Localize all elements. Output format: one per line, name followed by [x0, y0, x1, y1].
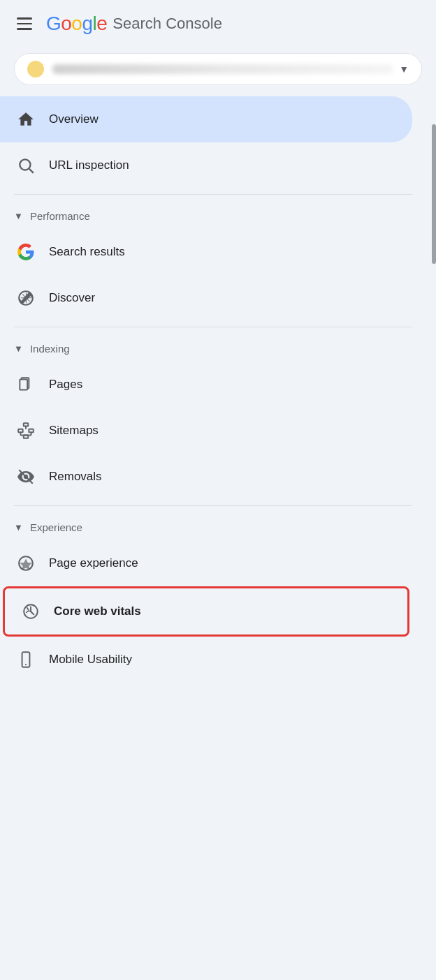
search-icon — [14, 154, 38, 177]
divider-2 — [14, 327, 412, 327]
scrollbar-thumb[interactable] — [432, 124, 436, 264]
nav-container: Overview URL inspection ▼ Performance — [0, 96, 436, 697]
svg-point-0 — [20, 159, 30, 170]
sitemaps-label: Sitemaps — [49, 424, 99, 438]
core-web-vitals-label: Core web vitals — [54, 604, 141, 618]
google-logo: Google — [46, 13, 107, 35]
google-g-icon — [14, 240, 38, 264]
removals-icon — [14, 465, 38, 489]
overview-label: Overview — [49, 112, 99, 126]
search-results-label: Search results — [49, 245, 125, 259]
experience-section-header[interactable]: ▼ Experience — [0, 512, 426, 540]
indexing-section-label: Indexing — [30, 343, 70, 355]
indexing-section-header[interactable]: ▼ Indexing — [0, 333, 426, 362]
property-selector[interactable]: ▼ — [14, 53, 422, 85]
property-favicon — [27, 61, 44, 77]
page-experience-label: Page experience — [49, 556, 138, 570]
experience-section-label: Experience — [30, 521, 82, 533]
pages-label: Pages — [49, 378, 82, 392]
page-experience-icon — [14, 551, 38, 575]
svg-text:✳: ✳ — [20, 290, 32, 306]
mobile-usability-label: Mobile Usability — [49, 653, 132, 667]
header: Google Search Console — [0, 0, 436, 47]
sidebar-item-sitemaps[interactable]: Sitemaps — [0, 408, 412, 454]
url-inspection-label: URL inspection — [49, 158, 129, 172]
svg-rect-7 — [29, 429, 34, 432]
svg-rect-4 — [20, 379, 27, 389]
performance-section-label: Performance — [30, 210, 90, 222]
sidebar-item-core-web-vitals[interactable]: Core web vitals — [3, 586, 409, 637]
discover-label: Discover — [49, 291, 95, 305]
removals-label: Removals — [49, 470, 102, 484]
svg-rect-5 — [24, 423, 29, 426]
discover-icon: ✳ — [14, 286, 38, 310]
sidebar-item-url-inspection[interactable]: URL inspection — [0, 142, 412, 188]
chevron-performance-icon: ▼ — [14, 211, 23, 221]
sidebar-item-overview[interactable]: Overview — [0, 96, 412, 142]
sidebar-item-pages[interactable]: Pages — [0, 362, 412, 408]
hamburger-menu-button[interactable] — [14, 15, 35, 33]
logo-container: Google Search Console — [46, 13, 222, 35]
chevron-indexing-icon: ▼ — [14, 343, 23, 354]
nav-scroll-area: Overview URL inspection ▼ Performance — [0, 96, 436, 683]
svg-point-18 — [25, 664, 27, 665]
sidebar-item-search-results[interactable]: Search results — [0, 229, 412, 275]
divider-1 — [14, 194, 412, 195]
pages-icon — [14, 373, 38, 396]
svg-line-1 — [29, 169, 34, 173]
app-title: Search Console — [112, 15, 222, 33]
chevron-down-icon: ▼ — [399, 64, 409, 75]
property-name — [52, 64, 393, 74]
core-web-vitals-icon — [19, 600, 43, 623]
sidebar-item-discover[interactable]: ✳ Discover — [0, 275, 412, 321]
sidebar-item-removals[interactable]: Removals — [0, 454, 412, 500]
scrollbar-track[interactable] — [430, 96, 436, 683]
chevron-experience-icon: ▼ — [14, 522, 23, 533]
home-icon — [14, 107, 38, 131]
performance-section-header[interactable]: ▼ Performance — [0, 200, 426, 229]
svg-rect-6 — [18, 429, 23, 432]
sitemaps-icon — [14, 419, 38, 443]
sidebar-item-mobile-usability[interactable]: Mobile Usability — [0, 637, 412, 683]
mobile-usability-icon — [14, 648, 38, 671]
sidebar-item-page-experience[interactable]: Page experience — [0, 540, 412, 586]
divider-3 — [14, 505, 412, 506]
